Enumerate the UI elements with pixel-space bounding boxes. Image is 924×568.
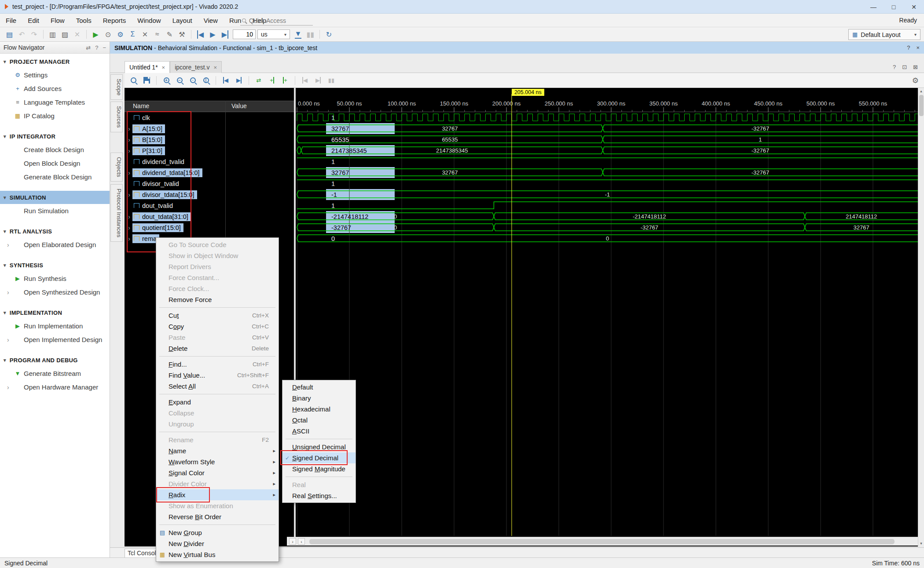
scroll-left-icon[interactable]: ‹ bbox=[298, 538, 305, 545]
paste-icon[interactable]: ▨ bbox=[59, 29, 71, 40]
radix-option-octal[interactable]: Octal bbox=[282, 415, 356, 426]
expand-icon[interactable]: › bbox=[126, 125, 132, 132]
flownav-item-generate-bitstream[interactable]: ▼Generate Bitstream bbox=[0, 367, 110, 380]
flownav-header-ip-integrator[interactable]: ▾IP INTEGRATOR bbox=[0, 130, 110, 143]
close-tab-icon[interactable]: × bbox=[214, 64, 217, 71]
menu-item-reverse-bit-order[interactable]: Reverse Bit Order bbox=[156, 511, 279, 522]
menu-item-radix[interactable]: Radix▸ bbox=[156, 489, 279, 500]
menu-flow[interactable]: Flow bbox=[45, 14, 70, 27]
link-cursors-icon[interactable]: ▮▮ bbox=[325, 74, 337, 87]
signal-row-quotient-15-0[interactable]: ›quotient[15:0] bbox=[125, 222, 225, 233]
cancel-icon[interactable]: ✕ bbox=[139, 29, 151, 40]
scroll-down-icon[interactable]: ▾ bbox=[918, 540, 924, 546]
menu-item-name[interactable]: Name▸ bbox=[156, 445, 279, 456]
run-for-time-icon[interactable]: ▼ bbox=[292, 29, 304, 40]
zoom-fit-icon[interactable] bbox=[187, 74, 199, 87]
flownav-item-run-implementation[interactable]: ▶Run Implementation bbox=[0, 319, 110, 333]
menu-item-remove-force[interactable]: Remove Force bbox=[156, 294, 279, 305]
maximize-icon[interactable]: ⊠ bbox=[913, 64, 918, 70]
relaunch-icon[interactable]: ↻ bbox=[323, 29, 335, 40]
menu-window[interactable]: Window bbox=[132, 14, 166, 27]
side-tab-protocol-instances[interactable]: Protocol Instances bbox=[110, 184, 123, 242]
radix-option-unsigned-decimal[interactable]: Unsigned Decimal bbox=[282, 441, 356, 452]
expand-icon[interactable]: › bbox=[126, 235, 132, 242]
zoom-out-icon[interactable] bbox=[173, 74, 186, 87]
sim-run-time-input[interactable] bbox=[233, 29, 256, 39]
flownav-item-run-simulation[interactable]: Run Simulation bbox=[0, 204, 110, 218]
expand-icon[interactable]: › bbox=[126, 213, 132, 220]
menu-file[interactable]: File bbox=[0, 14, 22, 27]
flownav-item-open-synthesized-design[interactable]: ›Open Synthesized Design bbox=[0, 285, 110, 299]
signal-row-dout-tvalid[interactable]: dout_tvalid bbox=[125, 200, 225, 211]
quick-access-search[interactable]: Quick Access bbox=[240, 16, 313, 25]
flownav-item-open-block-design[interactable]: Open Block Design bbox=[0, 157, 110, 170]
horizontal-scrollbar[interactable]: › ‹ bbox=[287, 537, 918, 546]
restart-icon[interactable]: ◀ bbox=[194, 29, 206, 40]
add-marker-icon[interactable]: + bbox=[266, 74, 278, 87]
flownav-item-open-elaborated-design[interactable]: ›Open Elaborated Design bbox=[0, 238, 110, 251]
toggle-columns-icon[interactable]: ⇄ bbox=[86, 44, 91, 51]
signal-row-p-31-0[interactable]: ›P[31:0] bbox=[125, 145, 225, 156]
menu-item-cut[interactable]: CutCtrl+X bbox=[156, 310, 279, 321]
signal-row-a-15-0[interactable]: ›A[15:0] bbox=[125, 123, 225, 134]
name-column-header[interactable]: Name bbox=[133, 102, 149, 109]
minimize-icon[interactable]: − bbox=[103, 44, 106, 51]
menu-item-waveform-style[interactable]: Waveform Style▸ bbox=[156, 456, 279, 467]
flownav-item-generate-block-design[interactable]: Generate Block Design bbox=[0, 170, 110, 184]
window-icon[interactable]: ▤ bbox=[4, 29, 15, 40]
expand-icon[interactable]: › bbox=[126, 147, 132, 154]
signal-row-dividend-tdata-15-0[interactable]: ›dividend_tdata[15:0] bbox=[125, 167, 225, 178]
side-tab-sources[interactable]: Sources bbox=[110, 102, 123, 132]
menu-tools[interactable]: Tools bbox=[70, 14, 97, 27]
wave-settings-icon[interactable]: ⚙ bbox=[912, 73, 919, 88]
zoom-to-cursor-icon[interactable] bbox=[200, 74, 212, 87]
goto-time-zero-icon[interactable]: ◀ bbox=[220, 74, 232, 87]
flownav-item-language-templates[interactable]: ≡Language Templates bbox=[0, 95, 110, 109]
minimize-button[interactable]: — bbox=[863, 0, 884, 14]
editor-tab-ipcore-test-v[interactable]: ipcore_test.v× bbox=[170, 61, 222, 73]
menu-item-find[interactable]: Find...Ctrl+F bbox=[156, 359, 279, 370]
flownav-header-simulation[interactable]: ▾SIMULATION bbox=[0, 191, 110, 204]
run-all-icon[interactable]: ▶ bbox=[207, 29, 219, 40]
goto-last-time-icon[interactable]: ▶ bbox=[233, 74, 245, 87]
help-icon[interactable]: ? bbox=[893, 64, 896, 70]
menu-item-new-virtual-bus[interactable]: ▦New Virtual Bus bbox=[156, 549, 279, 560]
flownav-item-ip-catalog[interactable]: ▦IP Catalog bbox=[0, 109, 110, 123]
expand-icon[interactable]: › bbox=[126, 191, 132, 198]
signal-row-divisor-tdata-15-0[interactable]: ›divisor_tdata[15:0] bbox=[125, 189, 225, 200]
menu-view[interactable]: View bbox=[198, 14, 224, 27]
pause-icon[interactable]: ▮▮ bbox=[304, 29, 316, 40]
flownav-item-add-sources[interactable]: +Add Sources bbox=[0, 82, 110, 95]
probe-icon[interactable]: ≈ bbox=[151, 29, 163, 40]
signal-row-dividend-tvalid[interactable]: dividend_tvalid bbox=[125, 156, 225, 167]
flownav-item-create-block-design[interactable]: Create Block Design bbox=[0, 143, 110, 157]
signal-row-dout-tdata-31-0[interactable]: ›dout_tdata[31:0] bbox=[125, 211, 225, 222]
sum-icon[interactable]: Σ bbox=[127, 29, 139, 40]
value-column-header[interactable]: Value bbox=[231, 102, 247, 109]
expand-icon[interactable]: › bbox=[126, 136, 132, 143]
zoom-in-icon[interactable] bbox=[160, 74, 172, 87]
maximize-button[interactable]: □ bbox=[884, 0, 904, 14]
step-icon[interactable]: ▶ bbox=[219, 29, 231, 40]
radix-option-real-settings[interactable]: Real Settings... bbox=[282, 490, 356, 501]
swap-cursors-icon[interactable]: ⇄ bbox=[253, 74, 265, 87]
close-tab-icon[interactable]: × bbox=[162, 64, 165, 71]
find-icon[interactable] bbox=[127, 74, 139, 87]
menu-layout[interactable]: Layout bbox=[167, 14, 198, 27]
tab-tcl-console[interactable]: Tcl Console bbox=[125, 549, 160, 558]
close-button[interactable]: ✕ bbox=[904, 0, 924, 14]
redo-icon[interactable]: ↷ bbox=[28, 29, 40, 40]
signal-row-b-15-0[interactable]: ›B[15:0] bbox=[125, 134, 225, 145]
radix-option-ascii[interactable]: ASCII bbox=[282, 426, 356, 437]
scroll-right-icon[interactable]: › bbox=[289, 538, 296, 545]
signal-row-clk[interactable]: clk bbox=[125, 112, 225, 123]
vscroll-thumb[interactable] bbox=[919, 95, 924, 116]
menu-item-copy[interactable]: CopyCtrl+C bbox=[156, 321, 279, 332]
prev-marker-icon[interactable]: ◀ bbox=[299, 74, 311, 87]
layout-selector[interactable]: ▦ Default Layout ▾ bbox=[848, 29, 920, 40]
help-icon[interactable]: ? bbox=[95, 44, 98, 51]
run-icon[interactable]: ▶ bbox=[90, 29, 102, 40]
radix-option-binary[interactable]: Binary bbox=[282, 393, 356, 404]
edit-icon[interactable]: ✎ bbox=[164, 29, 176, 40]
vertical-scrollbar[interactable]: ▴ ▾ bbox=[918, 88, 924, 546]
